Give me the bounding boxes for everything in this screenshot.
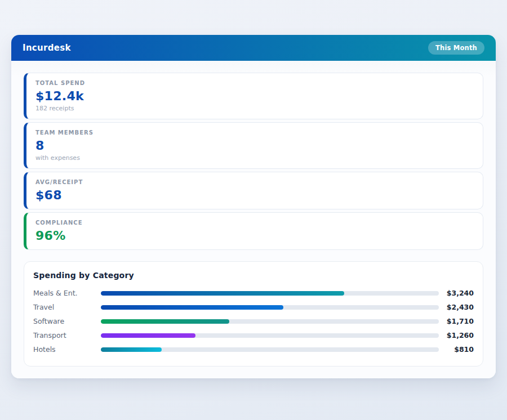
stat-value: $68 — [35, 188, 474, 202]
stat-value: 96% — [35, 229, 474, 243]
period-badge[interactable]: This Month — [428, 41, 484, 55]
stats-section: TOTAL SPEND $12.4k 182 receipts TEAM MEM… — [24, 73, 483, 250]
category-bar-track — [101, 291, 439, 296]
category-label: Transport — [33, 331, 101, 339]
category-bar-track — [101, 305, 439, 310]
category-bar-track — [101, 319, 439, 324]
category-bar-track — [101, 347, 439, 352]
category-row: Software $1,710 — [33, 314, 474, 328]
category-bar-track — [101, 333, 439, 338]
stat-value: $12.4k — [35, 89, 474, 103]
category-bar-fill — [101, 291, 344, 296]
category-value: $2,430 — [439, 303, 474, 311]
category-label: Software — [33, 317, 101, 325]
category-label: Travel — [33, 303, 101, 311]
stat-sub: 182 receipts — [35, 105, 474, 112]
category-row: Transport $1,260 — [33, 328, 474, 342]
app-window: Incurdesk This Month TOTAL SPEND $12.4k … — [11, 35, 496, 378]
panel-title: Spending by Category — [33, 271, 474, 280]
spending-by-category-panel: Spending by Category Meals & Ent. $3,240… — [24, 261, 483, 367]
category-value: $1,710 — [439, 317, 474, 325]
stat-label: AVG/RECEIPT — [35, 179, 474, 185]
category-value: $3,240 — [439, 289, 474, 297]
category-bar-fill — [101, 347, 162, 352]
stat-value: 8 — [35, 138, 474, 153]
category-bar-fill — [101, 305, 283, 310]
stat-card-total-spend: TOTAL SPEND $12.4k 182 receipts — [24, 73, 483, 119]
stat-sub: with expenses — [35, 154, 474, 162]
category-row: Hotels $810 — [33, 342, 474, 356]
category-row: Travel $2,430 — [33, 300, 474, 314]
category-value: $1,260 — [439, 331, 474, 339]
stat-card-compliance: COMPLIANCE 96% — [24, 212, 483, 250]
app-title: Incurdesk — [23, 43, 71, 53]
category-row: Meals & Ent. $3,240 — [33, 286, 474, 300]
category-label: Hotels — [33, 345, 101, 354]
category-value: $810 — [439, 345, 474, 354]
stat-card-team-members: TEAM MEMBERS 8 with expenses — [24, 122, 483, 169]
stat-label: TOTAL SPEND — [35, 80, 474, 86]
stat-label: COMPLIANCE — [35, 220, 474, 226]
stat-label: TEAM MEMBERS — [35, 129, 474, 136]
app-header: Incurdesk This Month — [11, 35, 496, 61]
app-body: TOTAL SPEND $12.4k 182 receipts TEAM MEM… — [11, 61, 496, 378]
category-bar-fill — [101, 333, 195, 338]
category-label: Meals & Ent. — [33, 289, 101, 297]
stat-card-avg-receipt: AVG/RECEIPT $68 — [24, 172, 483, 209]
category-bar-fill — [101, 319, 229, 324]
